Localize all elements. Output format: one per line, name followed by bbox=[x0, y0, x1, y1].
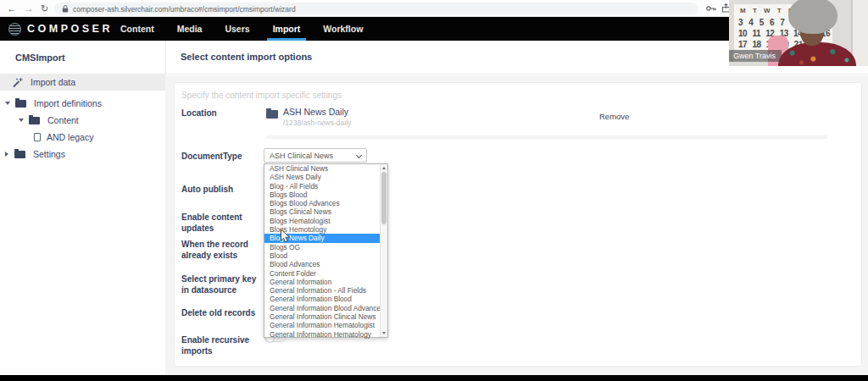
scrollbar-thumb[interactable] bbox=[381, 172, 387, 224]
document-type-option[interactable]: Blog - All Fields bbox=[264, 182, 387, 190]
remove-location-button[interactable]: Remove bbox=[599, 112, 629, 121]
folder-icon bbox=[29, 117, 40, 124]
sidebar-section-title: CMSImport bbox=[15, 52, 65, 63]
sidebar-item-settings[interactable]: Settings bbox=[0, 146, 165, 162]
sidebar-item-import-definitions[interactable]: Import definitions bbox=[0, 96, 165, 111]
row-divider bbox=[266, 135, 827, 139]
location-node-name: ASH News Daily bbox=[283, 107, 348, 117]
address-bar[interactable]: composer-ash.silverchair.com/umbraco#/cm… bbox=[54, 3, 698, 14]
nav-tab-media[interactable]: Media bbox=[177, 17, 203, 41]
nav-tab-workflow[interactable]: Workflow bbox=[323, 17, 363, 41]
document-type-option[interactable]: ASH News Daily bbox=[264, 173, 387, 181]
participant-name-badge: Gwen Travis bbox=[729, 50, 782, 62]
document-type-option[interactable]: Blood Advances bbox=[264, 260, 387, 268]
document-type-option[interactable]: Blogs OG bbox=[264, 243, 387, 251]
card-hint-text: Specify the content import specific sett… bbox=[181, 91, 342, 100]
delete-old-records-label: Delete old records bbox=[181, 307, 263, 318]
sidebar-item-label: AND legacy bbox=[47, 132, 93, 142]
screen: ← → ↻ composer-ash.silverchair.com/umbra… bbox=[0, 0, 868, 381]
person-hair bbox=[788, 0, 837, 34]
document-icon bbox=[34, 133, 41, 141]
scroll-down-arrow-icon[interactable] bbox=[382, 332, 386, 334]
webcam-video-overlay: M T W T F 3 4 5 6 7 10 11 12 13 14 15 16… bbox=[729, 0, 868, 66]
letterbox-bar bbox=[0, 375, 868, 381]
document-type-option[interactable]: ASH Clinical News bbox=[264, 164, 387, 173]
composer-logo-icon bbox=[8, 23, 21, 36]
document-type-option[interactable]: Blogs Blood bbox=[264, 190, 387, 199]
sidebar: CMSImport Import data Import definitions… bbox=[0, 41, 165, 375]
location-label: Location bbox=[181, 108, 263, 119]
when-record-exists-label: When the record already exists bbox=[181, 239, 259, 261]
url-text: composer-ash.silverchair.com/umbraco#/cm… bbox=[73, 5, 296, 14]
sidebar-item-import-data[interactable]: Import data bbox=[0, 74, 165, 91]
document-type-option[interactable]: General Information bbox=[264, 278, 387, 286]
auto-publish-label: Auto publish bbox=[181, 184, 263, 195]
document-type-option[interactable]: Content Folder bbox=[264, 269, 387, 278]
document-type-dropdown: ASH Clinical News ASH News Daily Blog - … bbox=[264, 163, 388, 338]
document-type-option[interactable]: General Information - All Fields bbox=[264, 286, 387, 295]
document-type-option[interactable]: Blood bbox=[264, 251, 387, 260]
browser-reload-icon[interactable]: ↻ bbox=[41, 1, 48, 16]
folder-icon bbox=[15, 100, 26, 108]
earring bbox=[798, 39, 801, 41]
recursive-imports-label: Enable recursive imports bbox=[181, 334, 259, 356]
nav-tab-users[interactable]: Users bbox=[225, 17, 249, 41]
magic-wand-icon bbox=[12, 77, 23, 88]
page-title: Select content import options bbox=[181, 52, 312, 62]
sidebar-item-label: Content bbox=[47, 115, 79, 125]
import-options-card: Specify the content import specific sett… bbox=[174, 82, 862, 367]
brand-name: COMPOSER bbox=[27, 23, 113, 35]
sidebar-item-and-legacy[interactable]: AND legacy bbox=[0, 130, 165, 145]
calendar-weekday-row: M T W T F bbox=[740, 7, 793, 14]
location-node-path: /1238/ash-news-daily bbox=[283, 119, 351, 127]
document-type-option[interactable]: Blogs Clinical News bbox=[264, 207, 387, 216]
sidebar-item-label: Import definitions bbox=[34, 98, 102, 108]
document-type-option[interactable]: General Information Blood bbox=[264, 295, 387, 303]
document-type-option[interactable]: General Information Hematology bbox=[264, 330, 387, 339]
sidebar-item-label: Import data bbox=[31, 77, 75, 87]
enable-content-updates-label: Enable content updates bbox=[181, 212, 263, 234]
padlock-icon bbox=[62, 5, 69, 13]
document-type-option[interactable]: General Information Blood Advances bbox=[264, 304, 387, 312]
document-type-option[interactable]: Blogs Hematologist bbox=[264, 217, 387, 225]
scroll-up-arrow-icon[interactable] bbox=[382, 167, 386, 169]
caret-expanded-icon[interactable] bbox=[19, 119, 24, 122]
primary-key-label: Select primary key in datasource bbox=[181, 273, 259, 295]
document-type-label: DocumentType bbox=[181, 151, 263, 162]
password-key-icon[interactable] bbox=[706, 4, 716, 13]
sidebar-item-label: Settings bbox=[33, 149, 65, 159]
caret-expanded-icon[interactable] bbox=[5, 102, 10, 105]
location-folder-icon bbox=[266, 110, 278, 119]
browser-back-icon[interactable]: ← bbox=[7, 1, 17, 16]
nav-tab-content[interactable]: Content bbox=[120, 17, 154, 41]
sidebar-item-content[interactable]: Content bbox=[0, 113, 165, 128]
document-type-option[interactable]: General Information Hematologist bbox=[264, 321, 387, 329]
document-type-option[interactable]: Blogs Blood Advances bbox=[264, 199, 387, 207]
dropdown-scrollbar[interactable] bbox=[380, 164, 387, 337]
folder-icon bbox=[14, 151, 25, 158]
chevron-down-icon bbox=[356, 152, 362, 158]
document-type-selected-value: ASH Clinical News bbox=[270, 152, 333, 160]
document-type-select[interactable]: ASH Clinical News bbox=[264, 148, 367, 163]
mouse-cursor bbox=[280, 229, 291, 244]
app-nav-items: Content Media Users Import Workflow bbox=[120, 17, 363, 41]
caret-collapsed-icon[interactable] bbox=[5, 152, 8, 157]
document-type-option[interactable]: General Information Clinical News bbox=[264, 312, 387, 321]
nav-tab-import[interactable]: Import bbox=[273, 17, 301, 41]
calendar-row: 3 4 5 6 7 bbox=[738, 18, 785, 27]
brand: COMPOSER bbox=[8, 17, 113, 41]
browser-forward-icon[interactable]: → bbox=[24, 1, 34, 16]
